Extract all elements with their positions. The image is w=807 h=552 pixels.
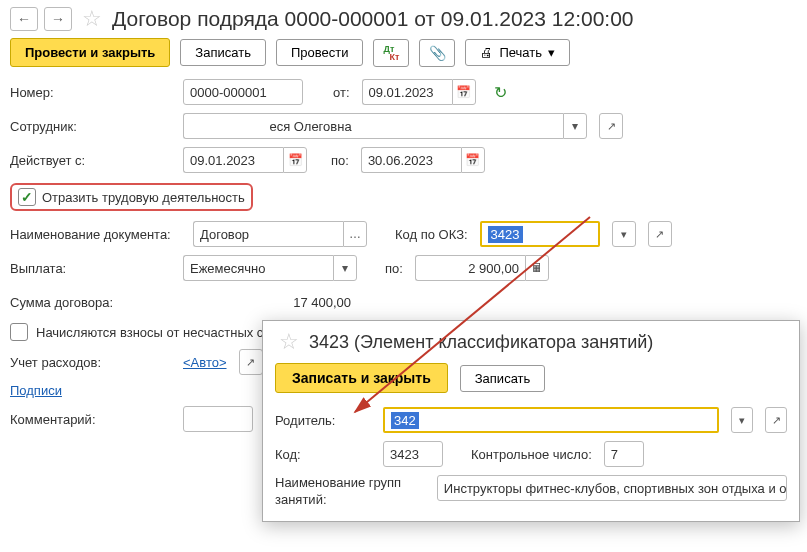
valid-from-field[interactable]: 09.01.2023 [183,147,283,173]
total-label: Сумма договора: [10,295,175,310]
calendar-icon[interactable]: 📅 [452,79,476,105]
valid-from-group: 09.01.2023 📅 [183,147,307,173]
popup-check-label: Контрольное число: [467,447,596,462]
okz-label: Код по ОКЗ: [391,227,472,242]
nav-back-button[interactable]: ← [10,7,38,31]
account-link[interactable]: <Авто> [183,355,227,370]
amount-field[interactable]: 2 900,00 [415,255,525,281]
payment-group: Ежемесячно ▾ [183,255,357,281]
chevron-down-icon[interactable]: ▾ [563,113,587,139]
row-valid: Действует с: 09.01.2023 📅 по: 30.06.2023… [0,143,807,177]
popup-row-code: Код: 3423 Контрольное число: 7 [263,437,799,471]
popup-save-close-button[interactable]: Записать и закрыть [275,363,448,393]
print-button[interactable]: 🖨 Печать ▾ [465,39,570,66]
comment-label: Комментарий: [10,412,175,427]
calculator-icon[interactable]: 🖩 [525,255,549,281]
account-open-button[interactable]: ↗ [239,349,263,375]
open-employee-button[interactable]: ↗ [599,113,623,139]
to-label: по: [327,153,353,168]
popup-parent-label: Родитель: [275,413,375,428]
employee-field[interactable]: еся Олеговна [183,113,563,139]
popup-name-field[interactable]: Инструкторы фитнес-клубов, спортивных зо… [437,475,787,501]
popup-code-field[interactable]: 3423 [383,441,443,467]
popup-row-name: Наименование групп занятий: Инструкторы … [263,471,799,521]
docname-group: Договор … [193,221,367,247]
favorite-star-icon[interactable]: ☆ [279,329,299,355]
post-and-close-button[interactable]: Провести и закрыть [10,38,170,67]
total-value: 17 400,00 [183,289,357,315]
chevron-down-icon: ▾ [548,45,555,60]
row-employee: Сотрудник: еся Олеговна ▾ ↗ [0,109,807,143]
reflect-activity-checkbox[interactable]: ✓ [18,188,36,206]
popup-save-button[interactable]: Записать [460,365,546,392]
main-toolbar: Провести и закрыть Записать Провести ДтК… [0,34,807,75]
reflect-activity-checkbox-row: ✓ Отразить трудовую деятельность [10,183,253,211]
save-button[interactable]: Записать [180,39,266,66]
by-label: по: [381,261,407,276]
ellipsis-button[interactable]: … [343,221,367,247]
calendar-icon[interactable]: 📅 [461,147,485,173]
popup-parent-dropdown[interactable]: ▾ [731,407,753,433]
row-payment: Выплата: Ежемесячно ▾ по: 2 900,00 🖩 [0,251,807,285]
popup-parent-field[interactable]: 342 [383,407,719,433]
favorite-star-icon[interactable]: ☆ [82,6,102,32]
valid-to-field[interactable]: 30.06.2023 [361,147,461,173]
attach-button[interactable]: 📎 [419,39,455,67]
employee-group: еся Олеговна ▾ [183,113,587,139]
payment-label: Выплата: [10,261,175,276]
popup-code-label: Код: [275,447,375,462]
row-total: Сумма договора: 17 400,00 [0,285,807,319]
popup-check-field[interactable]: 7 [604,441,644,467]
row-number: Номер: 0000-000001 от: 09.01.2023 📅 ↻ [0,75,807,109]
from-label: от: [329,85,354,100]
from-date-field[interactable]: 09.01.2023 [362,79,452,105]
popup-title: 3423 (Элемент классификатора занятий) [309,332,653,353]
amount-group: 2 900,00 🖩 [415,255,549,281]
dtkt-icon: ДтКт [383,45,399,61]
popup-name-label: Наименование групп занятий: [275,475,429,509]
signs-link[interactable]: Подписи [10,383,62,398]
popup-titlebar: ☆ 3423 (Элемент классификатора занятий) [263,321,799,359]
comment-field[interactable] [183,406,253,432]
docname-field[interactable]: Договор [193,221,343,247]
row-docname: Наименование документа: Договор … Код по… [0,217,807,251]
docname-label: Наименование документа: [10,227,185,242]
payment-field[interactable]: Ежемесячно [183,255,333,281]
valid-to-group: 30.06.2023 📅 [361,147,485,173]
dtkt-button[interactable]: ДтКт [373,39,409,67]
okz-dropdown-button[interactable]: ▾ [612,221,636,247]
account-label: Учет расходов: [10,355,175,370]
popup-row-parent: Родитель: 342 ▾ ↗ [263,403,799,437]
page-title: Договор подряда 0000-000001 от 09.01.202… [112,7,634,31]
printer-icon: 🖨 [480,45,493,60]
okz-open-button[interactable]: ↗ [648,221,672,247]
refresh-icon[interactable]: ↻ [494,83,507,102]
valid-from-label: Действует с: [10,153,175,168]
okz-field[interactable]: 3423 [480,221,600,247]
paperclip-icon: 📎 [429,45,446,61]
popup-parent-open[interactable]: ↗ [765,407,787,433]
nav-forward-button[interactable]: → [44,7,72,31]
titlebar: ← → ☆ Договор подряда 0000-000001 от 09.… [0,0,807,34]
post-button[interactable]: Провести [276,39,364,66]
reflect-activity-label: Отразить трудовую деятельность [42,190,245,205]
number-field[interactable]: 0000-000001 [183,79,303,105]
chevron-down-icon[interactable]: ▾ [333,255,357,281]
popup-toolbar: Записать и закрыть Записать [263,359,799,403]
accident-checkbox[interactable]: ✓ [10,323,28,341]
calendar-icon[interactable]: 📅 [283,147,307,173]
from-date-group: 09.01.2023 📅 [362,79,476,105]
okz-element-dialog: ☆ 3423 (Элемент классификатора занятий) … [262,320,800,522]
number-label: Номер: [10,85,175,100]
employee-label: Сотрудник: [10,119,175,134]
